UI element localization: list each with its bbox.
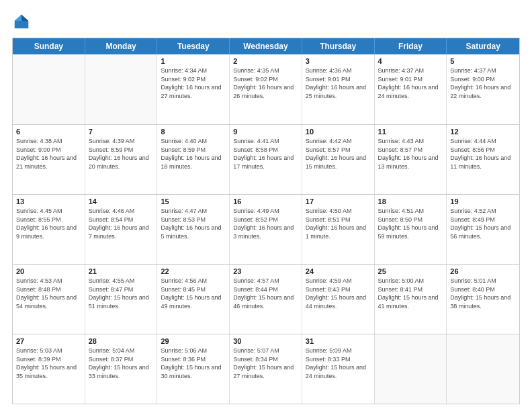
day-info: Sunrise: 4:43 AM Sunset: 8:57 PM Dayligh…: [378, 137, 443, 171]
day-info: Sunrise: 4:47 AM Sunset: 8:53 PM Dayligh…: [161, 207, 226, 240]
day-number: 20: [16, 267, 81, 275]
calendar-day: 27Sunrise: 5:03 AM Sunset: 8:39 PM Dayli…: [13, 334, 85, 404]
calendar-day: 8Sunrise: 4:40 AM Sunset: 8:59 PM Daylig…: [157, 125, 230, 194]
day-info: Sunrise: 4:50 AM Sunset: 8:51 PM Dayligh…: [306, 207, 371, 240]
day-info: Sunrise: 4:38 AM Sunset: 9:00 PM Dayligh…: [16, 137, 81, 171]
day-number: 12: [450, 128, 516, 136]
day-number: 15: [161, 197, 226, 205]
calendar-day: 21Sunrise: 4:55 AM Sunset: 8:47 PM Dayli…: [85, 265, 158, 334]
day-info: Sunrise: 4:39 AM Sunset: 8:59 PM Dayligh…: [89, 137, 154, 171]
day-info: Sunrise: 5:07 AM Sunset: 8:34 PM Dayligh…: [233, 347, 298, 380]
day-number: 11: [378, 128, 443, 136]
day-info: Sunrise: 4:59 AM Sunset: 8:43 PM Dayligh…: [306, 277, 371, 310]
day-info: Sunrise: 4:51 AM Sunset: 8:50 PM Dayligh…: [378, 207, 443, 240]
calendar-day: 7Sunrise: 4:39 AM Sunset: 8:59 PM Daylig…: [85, 125, 158, 194]
calendar-day: 1Sunrise: 4:34 AM Sunset: 9:02 PM Daylig…: [157, 54, 230, 124]
calendar-day: 26Sunrise: 5:01 AM Sunset: 8:40 PM Dayli…: [447, 265, 519, 334]
weekday-header: Wednesday: [230, 38, 302, 54]
day-info: Sunrise: 4:42 AM Sunset: 8:57 PM Dayligh…: [306, 137, 371, 171]
day-number: 7: [89, 128, 154, 136]
day-number: 22: [161, 267, 226, 275]
calendar: SundayMondayTuesdayWednesdayThursdayFrid…: [12, 38, 520, 404]
calendar-week: 1Sunrise: 4:34 AM Sunset: 9:02 PM Daylig…: [13, 54, 519, 124]
calendar-day: 30Sunrise: 5:07 AM Sunset: 8:34 PM Dayli…: [230, 334, 302, 404]
day-number: 30: [233, 337, 298, 345]
calendar-day: 12Sunrise: 4:44 AM Sunset: 8:56 PM Dayli…: [447, 125, 519, 194]
day-number: 26: [450, 267, 516, 275]
weekday-header: Friday: [375, 38, 447, 54]
day-info: Sunrise: 4:44 AM Sunset: 8:56 PM Dayligh…: [450, 137, 516, 171]
day-info: Sunrise: 5:00 AM Sunset: 8:41 PM Dayligh…: [378, 277, 443, 310]
calendar-day: 11Sunrise: 4:43 AM Sunset: 8:57 PM Dayli…: [375, 125, 447, 194]
day-number: 28: [89, 337, 154, 345]
calendar-day: 6Sunrise: 4:38 AM Sunset: 9:00 PM Daylig…: [13, 125, 85, 194]
calendar-day: 22Sunrise: 4:56 AM Sunset: 8:45 PM Dayli…: [157, 265, 230, 334]
day-info: Sunrise: 4:52 AM Sunset: 8:49 PM Dayligh…: [450, 207, 516, 240]
empty-cell: [447, 334, 519, 404]
day-info: Sunrise: 4:36 AM Sunset: 9:01 PM Dayligh…: [306, 66, 371, 100]
svg-marker-1: [21, 15, 28, 21]
day-info: Sunrise: 4:37 AM Sunset: 9:00 PM Dayligh…: [450, 66, 516, 100]
day-number: 5: [450, 57, 516, 65]
day-info: Sunrise: 5:04 AM Sunset: 8:37 PM Dayligh…: [89, 347, 154, 380]
calendar-day: 17Sunrise: 4:50 AM Sunset: 8:51 PM Dayli…: [302, 195, 375, 264]
day-info: Sunrise: 4:34 AM Sunset: 9:02 PM Dayligh…: [161, 66, 226, 100]
calendar-day: 3Sunrise: 4:36 AM Sunset: 9:01 PM Daylig…: [302, 54, 375, 124]
header: [12, 12, 520, 31]
day-number: 2: [233, 57, 298, 65]
day-number: 3: [306, 57, 371, 65]
weekday-header: Saturday: [447, 38, 519, 54]
day-number: 6: [16, 128, 81, 136]
day-number: 17: [306, 197, 371, 205]
calendar-day: 25Sunrise: 5:00 AM Sunset: 8:41 PM Dayli…: [375, 265, 447, 334]
day-info: Sunrise: 5:01 AM Sunset: 8:40 PM Dayligh…: [450, 277, 516, 310]
day-number: 9: [233, 128, 298, 136]
day-number: 24: [306, 267, 371, 275]
calendar-day: 10Sunrise: 4:42 AM Sunset: 8:57 PM Dayli…: [302, 125, 375, 194]
day-number: 4: [378, 57, 443, 65]
calendar-week: 20Sunrise: 4:53 AM Sunset: 8:48 PM Dayli…: [13, 264, 519, 334]
day-info: Sunrise: 4:56 AM Sunset: 8:45 PM Dayligh…: [161, 277, 226, 310]
day-info: Sunrise: 5:03 AM Sunset: 8:39 PM Dayligh…: [16, 347, 81, 380]
day-info: Sunrise: 4:55 AM Sunset: 8:47 PM Dayligh…: [89, 277, 154, 310]
empty-cell: [375, 334, 447, 404]
calendar-day: 24Sunrise: 4:59 AM Sunset: 8:43 PM Dayli…: [302, 265, 375, 334]
day-info: Sunrise: 4:35 AM Sunset: 9:02 PM Dayligh…: [233, 66, 298, 100]
empty-cell: [85, 54, 158, 124]
calendar-week: 13Sunrise: 4:45 AM Sunset: 8:55 PM Dayli…: [13, 194, 519, 264]
day-info: Sunrise: 5:09 AM Sunset: 8:33 PM Dayligh…: [306, 347, 371, 380]
calendar-day: 16Sunrise: 4:49 AM Sunset: 8:52 PM Dayli…: [230, 195, 302, 264]
svg-marker-2: [15, 15, 21, 21]
calendar-day: 31Sunrise: 5:09 AM Sunset: 8:33 PM Dayli…: [302, 334, 375, 404]
day-number: 29: [161, 337, 226, 345]
logo: [12, 12, 34, 31]
calendar-day: 14Sunrise: 4:46 AM Sunset: 8:54 PM Dayli…: [85, 195, 158, 264]
calendar-day: 18Sunrise: 4:51 AM Sunset: 8:50 PM Dayli…: [375, 195, 447, 264]
day-info: Sunrise: 5:06 AM Sunset: 8:36 PM Dayligh…: [161, 347, 226, 380]
day-info: Sunrise: 4:46 AM Sunset: 8:54 PM Dayligh…: [89, 207, 154, 240]
calendar-day: 2Sunrise: 4:35 AM Sunset: 9:02 PM Daylig…: [230, 54, 302, 124]
page: SundayMondayTuesdayWednesdayThursdayFrid…: [0, 0, 532, 411]
calendar-week: 6Sunrise: 4:38 AM Sunset: 9:00 PM Daylig…: [13, 124, 519, 194]
day-info: Sunrise: 4:37 AM Sunset: 9:01 PM Dayligh…: [378, 66, 443, 100]
day-number: 23: [233, 267, 298, 275]
calendar-day: 19Sunrise: 4:52 AM Sunset: 8:49 PM Dayli…: [447, 195, 519, 264]
day-info: Sunrise: 4:41 AM Sunset: 8:58 PM Dayligh…: [233, 137, 298, 171]
day-number: 18: [378, 197, 443, 205]
day-info: Sunrise: 4:49 AM Sunset: 8:52 PM Dayligh…: [233, 207, 298, 240]
calendar-day: 20Sunrise: 4:53 AM Sunset: 8:48 PM Dayli…: [13, 265, 85, 334]
calendar-day: 9Sunrise: 4:41 AM Sunset: 8:58 PM Daylig…: [230, 125, 302, 194]
calendar-day: 15Sunrise: 4:47 AM Sunset: 8:53 PM Dayli…: [157, 195, 230, 264]
day-number: 14: [89, 197, 154, 205]
calendar-day: 13Sunrise: 4:45 AM Sunset: 8:55 PM Dayli…: [13, 195, 85, 264]
day-info: Sunrise: 4:45 AM Sunset: 8:55 PM Dayligh…: [16, 207, 81, 240]
calendar-day: 28Sunrise: 5:04 AM Sunset: 8:37 PM Dayli…: [85, 334, 158, 404]
empty-cell: [13, 54, 85, 124]
weekday-header: Sunday: [13, 38, 85, 54]
day-number: 8: [161, 128, 226, 136]
day-number: 19: [450, 197, 516, 205]
day-number: 21: [89, 267, 154, 275]
calendar-header: SundayMondayTuesdayWednesdayThursdayFrid…: [13, 38, 519, 54]
day-number: 13: [16, 197, 81, 205]
day-info: Sunrise: 4:53 AM Sunset: 8:48 PM Dayligh…: [16, 277, 81, 310]
